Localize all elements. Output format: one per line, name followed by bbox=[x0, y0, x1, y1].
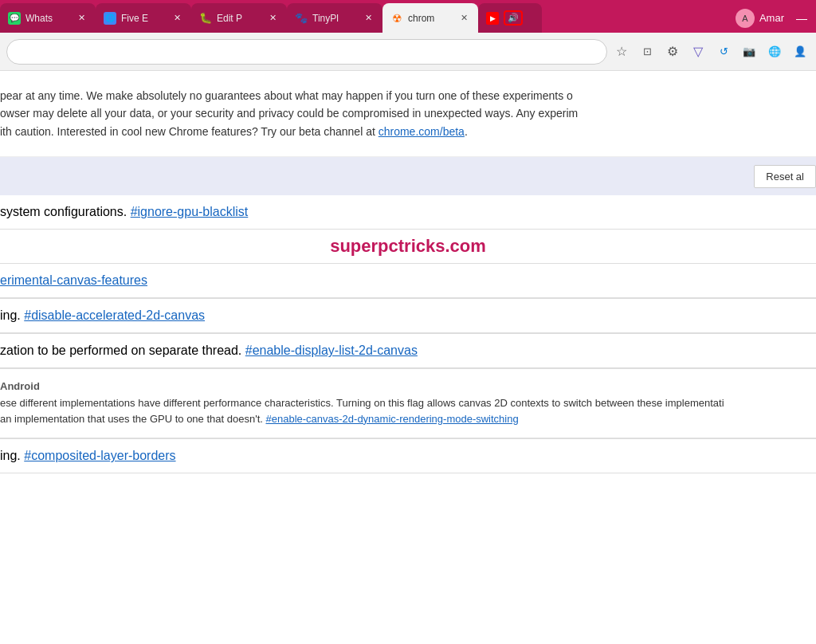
android-desc-2: an implementation that uses the GPU to o… bbox=[0, 411, 816, 427]
android-label: Android bbox=[0, 380, 816, 392]
tab-whatsapp[interactable]: 💬 Whats ✕ bbox=[0, 3, 96, 33]
cast-icon[interactable]: ⊡ bbox=[638, 42, 657, 61]
android-desc-1: ese different implementations have diffe… bbox=[0, 395, 816, 411]
watermark: superpctricks.com bbox=[0, 230, 816, 263]
main-scroll[interactable]: pear at any time. We make absolutely no … bbox=[0, 71, 816, 644]
whatsapp-favicon: 💬 bbox=[8, 12, 21, 25]
tab-editp-close[interactable]: ✕ bbox=[266, 12, 279, 25]
android-desc-prefix: an implementation that uses the GPU to o… bbox=[0, 413, 263, 425]
tab-whatsapp-label: Whats bbox=[26, 13, 70, 24]
youtube-favicon: ▶ bbox=[486, 12, 499, 25]
android-flag-link[interactable]: #enable-canvas-2d-dynamic-rendering-mode… bbox=[265, 413, 518, 425]
flag-item-ignore-gpu: system configurations. #ignore-gpu-black… bbox=[0, 195, 816, 230]
address-bar[interactable] bbox=[6, 39, 607, 65]
search-bar-area: Reset al bbox=[0, 157, 816, 195]
flag-item-disable-canvas: ing. #disable-accelerated-2d-canvas bbox=[0, 299, 816, 333]
flag-ignore-gpu-text: system configurations. #ignore-gpu-black… bbox=[0, 205, 816, 219]
warning-section: pear at any time. We make absolutely no … bbox=[0, 71, 816, 157]
tab-bar-right: A Amar — bbox=[729, 3, 816, 33]
tab-chrom-label: chrom bbox=[408, 13, 453, 24]
android-section: Android ese different implementations ha… bbox=[0, 369, 816, 438]
warning-text-1: pear at any time. We make absolutely no … bbox=[0, 87, 816, 104]
speaker-icon: 🔊 bbox=[508, 13, 519, 23]
tab-chrom[interactable]: ☢ chrom ✕ bbox=[382, 3, 478, 33]
beta-link[interactable]: chrome.com/beta bbox=[379, 125, 465, 138]
settings-icon[interactable]: ⚙ bbox=[663, 42, 682, 61]
tab-tinypl-label: TinyPl bbox=[312, 13, 357, 24]
user-area: A Amar bbox=[729, 3, 790, 33]
reset-all-button[interactable]: Reset al bbox=[754, 165, 816, 188]
flag-canvas-features-link[interactable]: erimental-canvas-features bbox=[0, 273, 147, 287]
audio-indicator: 🔊 bbox=[504, 10, 523, 26]
tab-editp[interactable]: 🐛 Edit P ✕ bbox=[191, 3, 287, 33]
tab-youtube[interactable]: ▶ 🔊 bbox=[478, 3, 542, 33]
tab-fivee-close[interactable]: ✕ bbox=[171, 12, 183, 25]
flag-ignore-gpu-link[interactable]: #ignore-gpu-blacklist bbox=[131, 205, 249, 218]
tab-bar: 💬 Whats ✕ 🌐 Five E ✕ 🐛 Edit P ✕ 🐾 TinyPl… bbox=[0, 0, 816, 33]
flag-disable-canvas-link[interactable]: #disable-accelerated-2d-canvas bbox=[24, 308, 205, 322]
tab-fivee[interactable]: 🌐 Five E ✕ bbox=[96, 3, 191, 33]
user-name: Amar bbox=[759, 12, 784, 24]
fivee-favicon: 🌐 bbox=[104, 12, 116, 25]
user-avatar: A bbox=[736, 9, 755, 28]
star-icon[interactable]: ☆ bbox=[612, 42, 631, 61]
warning-text-3: ith caution. Interested in cool new Chro… bbox=[0, 123, 816, 140]
flag-item-display-list: zation to be performed on separate threa… bbox=[0, 334, 816, 368]
globe-icon[interactable]: 🌐 bbox=[765, 42, 784, 61]
warning-caution-text: ith caution. Interested in cool new Chro… bbox=[0, 125, 375, 138]
tab-whatsapp-close[interactable]: ✕ bbox=[75, 12, 88, 25]
person-icon[interactable]: 👤 bbox=[790, 42, 810, 61]
chrom-favicon: ☢ bbox=[390, 12, 403, 25]
tab-chrom-close[interactable]: ✕ bbox=[457, 12, 470, 25]
flag-item-composited: ing. #composited-layer-borders bbox=[0, 439, 816, 473]
minimize-button[interactable]: — bbox=[794, 10, 810, 26]
main-content: pear at any time. We make absolutely no … bbox=[0, 71, 816, 644]
flag-item-canvas-features: erimental-canvas-features bbox=[0, 264, 816, 298]
edge-sync-icon[interactable]: ↺ bbox=[714, 42, 733, 61]
tab-tinypl[interactable]: 🐾 TinyPl ✕ bbox=[287, 3, 382, 33]
tab-tinypl-close[interactable]: ✕ bbox=[362, 12, 375, 25]
editp-favicon: 🐛 bbox=[199, 12, 212, 25]
warning-text-2: owser may delete all your data, or your … bbox=[0, 104, 816, 122]
camera-icon[interactable]: 📷 bbox=[740, 42, 759, 61]
address-bar-area: ☆ ⊡ ⚙ ▽ ↺ 📷 🌐 👤 bbox=[0, 33, 816, 71]
flag-ignore-gpu-prefix: system configurations. bbox=[0, 205, 127, 218]
content-inner: pear at any time. We make absolutely no … bbox=[0, 71, 816, 473]
flag-composited-prefix: ing. bbox=[0, 449, 21, 462]
tab-editp-label: Edit P bbox=[217, 13, 261, 24]
tinypl-favicon: 🐾 bbox=[295, 12, 308, 25]
flag-display-list-prefix: zation to be performed on separate threa… bbox=[0, 344, 241, 357]
flag-disable-canvas-prefix: ing. bbox=[0, 308, 21, 322]
tab-fivee-label: Five E bbox=[121, 13, 166, 24]
pocket-icon[interactable]: ▽ bbox=[688, 42, 708, 61]
flag-display-list-link[interactable]: #enable-display-list-2d-canvas bbox=[245, 344, 418, 357]
toolbar-icons: ☆ ⊡ ⚙ ▽ ↺ 📷 🌐 👤 bbox=[612, 42, 810, 61]
flag-composited-link[interactable]: #composited-layer-borders bbox=[24, 449, 175, 462]
